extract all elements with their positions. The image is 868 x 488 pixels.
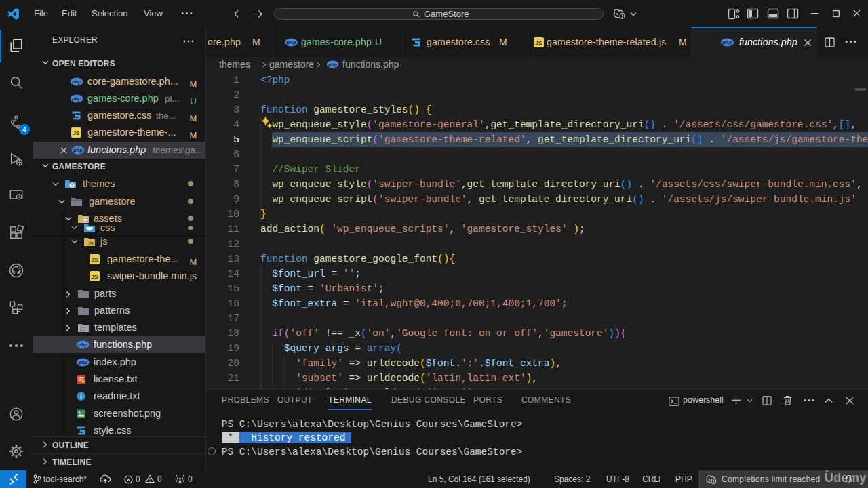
svg-text:php: php [285, 39, 296, 45]
svg-text:JS: JS [88, 241, 94, 246]
svg-text:JS: JS [73, 130, 80, 136]
svg-text:php: php [71, 79, 81, 85]
svg-text:php: php [71, 96, 81, 102]
svg-text:php: php [77, 342, 87, 348]
svg-text:php: php [328, 62, 337, 68]
svg-text:JS: JS [92, 274, 98, 280]
svg-text:php: php [73, 147, 83, 153]
svg-text:JS: JS [535, 40, 542, 46]
svg-text:php: php [722, 39, 732, 45]
svg-text:JS: JS [92, 257, 98, 263]
svg-text:php: php [77, 359, 87, 365]
